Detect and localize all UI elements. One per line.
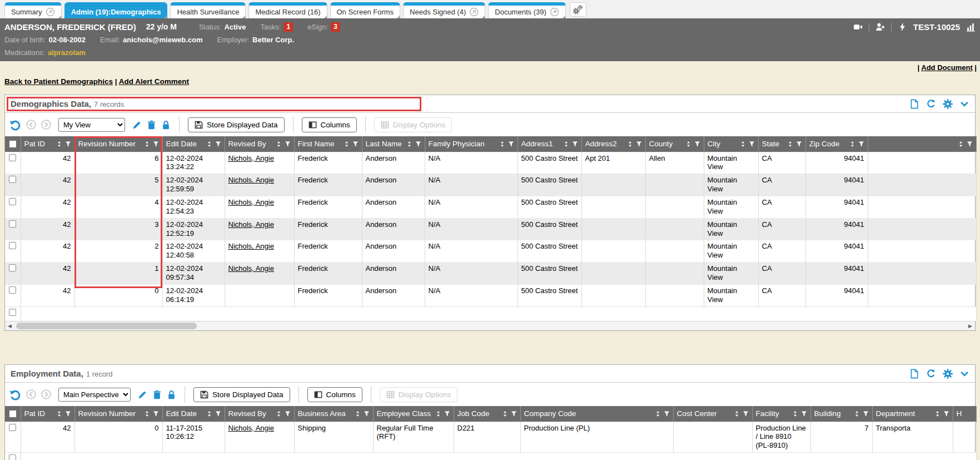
new-document-icon[interactable] (909, 99, 919, 109)
row-checkbox[interactable] (9, 286, 16, 294)
column-header-job-code[interactable]: Job Code (454, 406, 520, 422)
next-view-icon[interactable] (41, 120, 51, 130)
revised-by-link[interactable]: Nichols, Angie (228, 424, 274, 432)
filter-icon[interactable] (415, 141, 421, 147)
column-header-pat-id[interactable]: Pat ID (21, 406, 74, 422)
column-header-revision-number[interactable]: Revision Number (74, 406, 162, 422)
filter-icon[interactable] (863, 410, 869, 417)
revised-by-link[interactable]: Nichols, Angie (228, 220, 274, 229)
collapse-chevron-icon[interactable] (959, 369, 969, 379)
filter-icon[interactable] (967, 141, 973, 147)
external-link-icon[interactable] (469, 7, 479, 17)
row-checkbox[interactable] (9, 176, 16, 183)
select-all-checkbox[interactable] (9, 410, 16, 417)
column-header-address1[interactable]: Address1 (518, 136, 581, 152)
back-to-demographics-link[interactable]: Back to Patient Demographics (4, 77, 113, 86)
undo-icon[interactable] (9, 389, 21, 400)
filter-icon[interactable] (285, 410, 291, 417)
person-add-icon[interactable] (875, 22, 885, 32)
column-header-zip-code[interactable]: Zip Code (805, 136, 868, 152)
view-selector[interactable]: My View (58, 118, 125, 132)
tab-medical-record-16[interactable]: Medical Record (16) (248, 2, 327, 18)
filter-icon[interactable] (153, 410, 159, 417)
sort-icon[interactable] (734, 410, 739, 417)
column-header-revision-number[interactable]: Revision Number (74, 136, 162, 152)
columns-button[interactable]: Columns (307, 387, 362, 402)
row-checkbox[interactable] (9, 424, 16, 431)
edit-pencil-icon[interactable] (138, 390, 147, 399)
filter-icon[interactable] (285, 141, 291, 147)
sort-icon[interactable] (145, 141, 150, 147)
sort-icon[interactable] (145, 410, 150, 417)
tab-documents-39[interactable]: Documents (39) (488, 2, 565, 18)
column-header-facility[interactable]: Facility (752, 406, 810, 422)
filter-icon[interactable] (743, 410, 749, 417)
lock-icon[interactable] (161, 120, 171, 130)
row-checkbox[interactable] (9, 264, 16, 271)
sort-icon[interactable] (740, 141, 745, 147)
scrollbar-thumb[interactable] (16, 323, 197, 329)
sort-icon[interactable] (854, 410, 859, 417)
scroll-left-arrow[interactable]: ◀ (5, 321, 14, 330)
view-selector[interactable]: Main Perspective (58, 388, 131, 402)
sort-icon[interactable] (850, 141, 855, 147)
sort-icon[interactable] (57, 410, 62, 417)
row-checkbox[interactable] (9, 454, 16, 460)
filter-icon[interactable] (943, 410, 949, 417)
column-header-edit-date[interactable]: Edit Date (162, 406, 225, 422)
sort-icon[interactable] (276, 141, 281, 147)
column-header-building[interactable]: Building (810, 406, 872, 422)
tab-settings-button[interactable] (570, 2, 586, 17)
filter-icon[interactable] (636, 141, 642, 147)
sort-icon[interactable] (958, 141, 963, 147)
row-checkbox[interactable] (9, 154, 16, 161)
lock-icon[interactable] (167, 390, 176, 399)
refresh-icon[interactable] (926, 99, 936, 109)
previous-view-icon[interactable] (26, 389, 36, 399)
sort-icon[interactable] (344, 141, 349, 147)
revised-by-link[interactable]: Nichols, Angie (228, 242, 274, 250)
sort-icon[interactable] (500, 141, 505, 147)
columns-button[interactable]: Columns (302, 117, 357, 132)
revised-by-link[interactable]: Nichols, Angie (228, 264, 274, 273)
previous-view-icon[interactable] (26, 120, 36, 130)
tab-needs-signed-4[interactable]: Needs Signed (4) (403, 2, 485, 18)
filter-icon[interactable] (801, 410, 807, 417)
edit-pencil-icon[interactable] (132, 120, 142, 130)
video-camera-icon[interactable] (853, 22, 863, 32)
column-header-revised-by[interactable]: Revised By (225, 406, 294, 422)
column-header-blank[interactable] (868, 136, 976, 152)
sort-icon[interactable] (935, 410, 940, 417)
gear-icon[interactable] (943, 99, 953, 109)
add-document-link[interactable]: Add Document (921, 63, 972, 72)
sort-icon[interactable] (207, 141, 212, 147)
filter-icon[interactable] (215, 141, 221, 147)
column-header-family-physician[interactable]: Family Physician (425, 136, 518, 152)
new-document-icon[interactable] (909, 369, 919, 379)
column-header-pat-id[interactable]: Pat ID (21, 136, 74, 152)
column-header-first-name[interactable]: First Name (294, 136, 362, 152)
row-checkbox[interactable] (9, 242, 16, 249)
filter-icon[interactable] (444, 410, 450, 417)
filter-icon[interactable] (364, 410, 370, 417)
tab-admin-19-demographics[interactable]: Admin (19):Demographics (64, 2, 168, 18)
row-checkbox[interactable] (9, 220, 16, 227)
column-header-last-name[interactable]: Last Name (362, 136, 425, 152)
sort-icon[interactable] (276, 410, 281, 417)
undo-icon[interactable] (9, 119, 21, 131)
column-header-company-code[interactable]: Company Code (520, 406, 673, 422)
column-header-department[interactable]: Department (872, 406, 953, 422)
revised-by-link[interactable]: Nichols, Angie (228, 176, 274, 184)
sort-icon[interactable] (207, 410, 212, 417)
column-header-cost-center[interactable]: Cost Center (673, 406, 752, 422)
horizontal-scrollbar[interactable]: ◀ ▶ (5, 321, 975, 330)
store-displayed-data-button[interactable]: Store Displayed Data (193, 387, 290, 402)
sort-icon[interactable] (793, 410, 798, 417)
column-header-county[interactable]: County (645, 136, 704, 152)
revised-by-link[interactable]: Nichols, Angie (228, 154, 274, 162)
column-header-business-area[interactable]: Business Area (294, 406, 373, 422)
sort-icon[interactable] (564, 141, 569, 147)
external-link-icon[interactable] (550, 7, 559, 17)
row-checkbox[interactable] (9, 198, 16, 205)
column-header-h[interactable]: H (953, 406, 976, 422)
